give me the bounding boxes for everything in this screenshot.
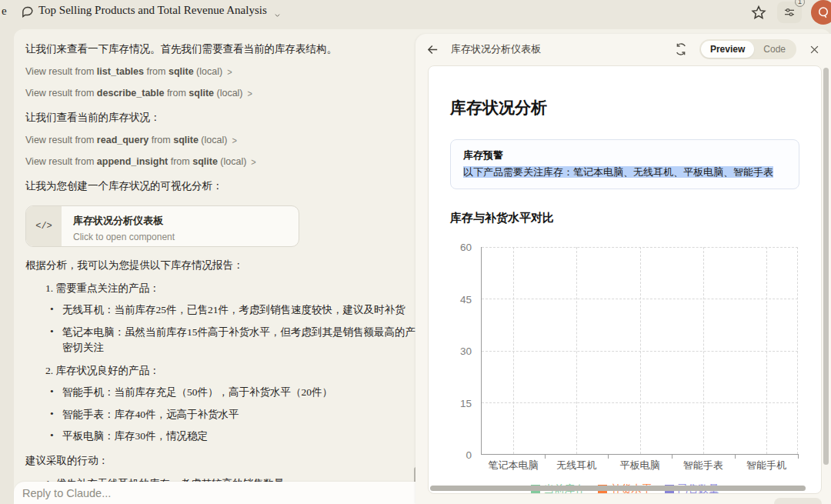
chart-title: 库存与补货水平对比 <box>450 211 799 225</box>
code-icon: </> <box>26 206 62 246</box>
settings-badge: 1 <box>795 0 805 7</box>
x-tick-label: 平板电脑 <box>620 459 660 472</box>
x-tick-label: 无线耳机 <box>556 459 596 472</box>
chart-category-group: 智能手表 <box>672 247 735 454</box>
chevron-right-icon: > <box>248 85 252 101</box>
artifact-title: 库存状况分析仪表板 <box>451 42 541 56</box>
bullet-icon: • <box>50 428 54 443</box>
artifact-chip-title: 库存状况分析仪表板 <box>73 213 175 229</box>
window-title-partial: e <box>2 5 7 18</box>
tab-preview[interactable]: Preview <box>701 41 754 58</box>
chart-category-group: 平板电脑 <box>608 247 671 454</box>
y-tick-label: 30 <box>460 345 472 357</box>
chevron-right-icon: > <box>232 132 236 148</box>
chevron-right-icon: > <box>251 154 255 169</box>
vertical-scrollbar-thumb[interactable] <box>823 68 829 465</box>
x-tick-label: 智能手表 <box>683 459 723 472</box>
plot-area: 笔记本电脑无线耳机平板电脑智能手表智能手机 <box>481 247 798 455</box>
chart-category-group: 笔记本电脑 <box>482 247 545 454</box>
chevron-down-icon[interactable] <box>273 8 282 14</box>
avatar[interactable] <box>811 0 831 25</box>
artifact-header: 库存状况分析仪表板 Preview Code <box>416 34 831 65</box>
reply-placeholder: Reply to Claude... <box>22 487 111 499</box>
bullet-icon: • <box>50 384 54 399</box>
highlighted-text: 以下产品需要关注库存：笔记本电脑、无线耳机、平板电脑、智能手表 <box>463 166 773 178</box>
titlebar: e Top Selling Products and Total Revenue… <box>0 0 831 28</box>
inventory-alert: 库存预警 以下产品需要关注库存：笔记本电脑、无线耳机、平板电脑、智能手表 <box>450 139 799 189</box>
chart-category-group: 无线耳机 <box>545 247 608 454</box>
alert-title: 库存预警 <box>463 149 786 162</box>
y-tick-label: 15 <box>460 397 472 409</box>
bullet-icon: • <box>50 406 54 422</box>
preview-code-toggle: Preview Code <box>699 39 796 59</box>
conversation-title[interactable]: Top Selling Products and Total Revenue A… <box>38 4 267 17</box>
star-icon[interactable] <box>751 5 766 20</box>
bar-chart: 015304560 笔记本电脑无线耳机平板电脑智能手表智能手机 <box>450 241 799 476</box>
bullet-icon: • <box>50 302 54 317</box>
chevron-right-icon: > <box>227 65 232 80</box>
dashboard-card: 库存状况分析 库存预警 以下产品需要关注库存：笔记本电脑、无线耳机、平板电脑、智… <box>428 65 822 494</box>
close-icon[interactable] <box>809 44 820 55</box>
x-tick-label: 智能手机 <box>746 459 786 472</box>
back-arrow-icon[interactable] <box>426 43 439 56</box>
tab-code[interactable]: Code <box>754 41 795 58</box>
artifact-chip[interactable]: </> 库存状况分析仪表板 Click to open component <box>25 205 299 247</box>
app-window: e Top Selling Products and Total Revenue… <box>0 0 831 504</box>
chart-category-group: 智能手机 <box>735 247 798 454</box>
horizontal-scrollbar-thumb[interactable] <box>430 486 806 491</box>
y-axis: 015304560 <box>450 247 472 455</box>
bullet-icon: • <box>50 324 54 339</box>
artifact-panel: 库存状况分析仪表板 Preview Code 库存状况分析 库存预警 以下产品需… <box>416 34 831 504</box>
x-tick-label: 笔记本电脑 <box>489 459 539 472</box>
alert-text: 以下产品需要关注库存：笔记本电脑、无线耳机、平板电脑、智能手表 <box>463 165 786 179</box>
dashboard-title: 库存状况分析 <box>450 97 799 118</box>
sliders-button[interactable]: 1 <box>777 2 802 23</box>
chat-bubble-icon <box>21 5 34 18</box>
refresh-icon[interactable] <box>675 43 687 55</box>
y-tick-label: 60 <box>460 242 472 253</box>
y-tick-label: 0 <box>466 449 472 461</box>
y-tick-label: 45 <box>460 293 472 305</box>
artifact-chip-subtitle: Click to open component <box>73 230 175 244</box>
partial-bottom-pill <box>774 498 822 504</box>
